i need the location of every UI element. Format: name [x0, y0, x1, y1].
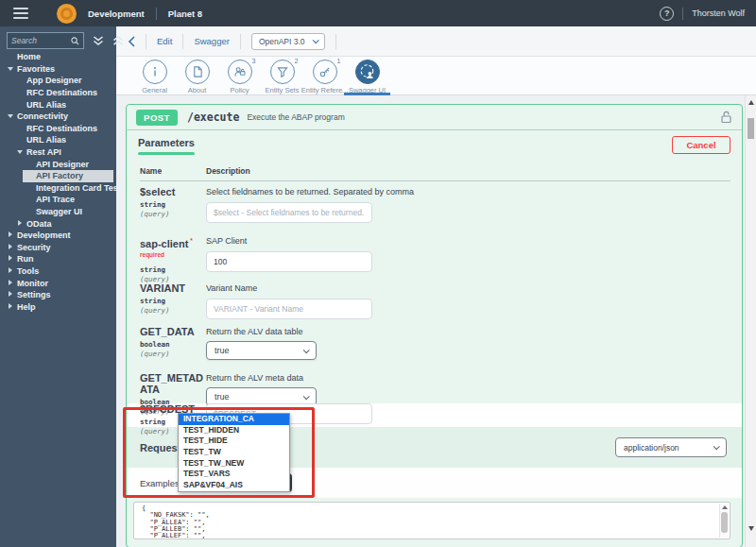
scroll-up-icon[interactable]	[722, 505, 728, 509]
key-icon: 1	[313, 60, 337, 84]
select-input[interactable]	[206, 202, 372, 223]
param-type: boolean	[140, 340, 206, 349]
collapse-all-icon[interactable]	[93, 36, 104, 46]
param-desc-col: SAP Client	[206, 231, 742, 278]
tab-label: Policy	[230, 86, 249, 94]
dropdown-option-test-hidden[interactable]: TEST_HIDDEN	[179, 425, 289, 436]
required-label: * required	[140, 237, 193, 258]
sidebar-item-api-designer[interactable]: API Designer	[0, 158, 116, 170]
hamburger-menu-icon[interactable]	[13, 8, 28, 19]
dropdown-option-test-vars[interactable]: TEST_VARS	[179, 469, 289, 480]
sidebar-item-rest-api[interactable]: Rest API	[0, 146, 116, 159]
dropdown-option-sap-vf04-ais[interactable]: SAP&VF04_AIS	[179, 480, 289, 491]
user-menu[interactable]: Thorsten Wolf	[692, 9, 745, 18]
tab-entity-sets[interactable]: 2Entity Sets	[261, 57, 303, 94]
opblock-header[interactable]: POST /execute Execute the ABAP program	[127, 105, 742, 130]
edit-button[interactable]: Edit	[157, 36, 172, 46]
param-desc-col: Return the ALV data tabletrue	[206, 321, 742, 368]
company-logo	[57, 4, 77, 24]
sidebar-item-rfc-destinations[interactable]: RFC Destinations	[0, 123, 116, 135]
cancel-button[interactable]: Cancel	[672, 136, 730, 154]
param-type: string	[140, 265, 206, 274]
dropdown-option-test-tw-new[interactable]: TEST_TW_NEW	[179, 458, 289, 470]
sidebar-item-label: App Designer	[26, 76, 82, 85]
sidebar-item-home[interactable]: Home	[0, 51, 116, 63]
chevron-down-icon	[303, 393, 310, 400]
sidebar-item-label: URL Alias	[26, 135, 66, 145]
info-icon	[143, 60, 167, 84]
openapi-version-value: OpenAPI 3.0	[259, 37, 305, 46]
json-example-code: { "NO_FAKSK": "", "P_ALLEA": "", "P_ALLE…	[134, 503, 730, 539]
code-scrollbar[interactable]	[719, 504, 729, 538]
scrollbar-thumb[interactable]	[721, 512, 728, 533]
sidebar-item-label: API Factory	[36, 171, 83, 180]
scroll-down-icon[interactable]	[748, 526, 754, 531]
param-name: GET_DATA	[140, 326, 206, 337]
param-description: SAP Client	[206, 236, 742, 247]
sidebar-item-run[interactable]: Run	[0, 253, 116, 265]
main-content: Edit Swagger OpenAPI 3.0 GeneralAbout3Po…	[116, 26, 756, 547]
tab-policy[interactable]: 3Policy	[218, 57, 261, 94]
vertical-scrollbar[interactable]	[745, 95, 756, 547]
get-data-select[interactable]: true	[206, 341, 317, 360]
description-column-header: Description	[206, 166, 250, 176]
sidebar-item-integration-card-test[interactable]: Integration Card Test	[0, 182, 116, 195]
auth-lock-icon[interactable]	[720, 111, 732, 124]
help-icon[interactable]: ?	[660, 7, 674, 21]
scroll-up-icon[interactable]	[748, 100, 754, 105]
swagger-button[interactable]: Swagger	[194, 36, 230, 46]
sidebar-item-app-designer[interactable]: App Designer	[0, 75, 116, 87]
search-input[interactable]	[11, 36, 71, 45]
request-body-example: { "NO_FAKSK": "", "P_ALLEA": "", "P_ALLE…	[133, 502, 730, 539]
divider	[146, 34, 146, 49]
code-line: "P_ALLEB": "",	[142, 526, 722, 533]
search-box	[7, 32, 84, 49]
expand-all-icon[interactable]	[112, 36, 124, 46]
variant-input[interactable]	[206, 299, 372, 319]
param-description: Return the ALV meta data	[206, 373, 742, 384]
sidebar-item-development[interactable]: Development	[0, 230, 116, 242]
sidebar-item-label: Rest API	[26, 147, 61, 157]
tab-swagger-ui[interactable]: Swagger UI	[346, 57, 388, 94]
sap-client-input[interactable]	[206, 251, 372, 272]
code-line: "NO_FAKSK": "",	[142, 512, 722, 519]
scrollbar-thumb[interactable]	[747, 118, 754, 139]
content-type-select[interactable]: application/json	[615, 437, 727, 457]
tab-label: Entity Sets	[266, 86, 300, 94]
dropdown-option-test-hide[interactable]: TEST_HIDE	[179, 436, 289, 447]
openapi-version-select[interactable]: OpenAPI 3.0	[251, 33, 325, 50]
sidebar-item-rfc-destinations[interactable]: RFC Destinations	[0, 87, 116, 99]
back-button[interactable]	[128, 36, 135, 47]
name-column-header: Name	[140, 166, 206, 176]
param-row-get-data: GET_DATAboolean(query)Return the ALV dat…	[127, 321, 742, 368]
sidebar-item-url-alias[interactable]: URL Alias	[0, 134, 116, 146]
sidebar-item-url-alias[interactable]: URL Alias	[0, 98, 116, 111]
sidebar-item-api-factory[interactable]: API Factory	[0, 170, 116, 182]
dropdown-option-test-tw[interactable]: TEST_TW	[179, 447, 289, 458]
param-location: (query)	[140, 350, 206, 358]
tab-about[interactable]: About	[176, 57, 218, 94]
sidebar-item-odata[interactable]: OData	[0, 217, 116, 230]
tab-badge: 2	[295, 58, 299, 64]
sidebar-item-monitor[interactable]: Monitor	[0, 277, 116, 289]
sidebar-item-settings[interactable]: Settings	[0, 289, 116, 301]
tab-entity-refere[interactable]: 1Entity Refere...	[303, 57, 346, 94]
tab-general[interactable]: General	[133, 57, 176, 94]
sidebar-item-api-trace[interactable]: API Trace	[0, 194, 116, 206]
tab-label: About	[188, 86, 207, 94]
sidebar-item-security[interactable]: Security	[0, 242, 116, 254]
sidebar-item-favorites[interactable]: Favorites	[0, 63, 116, 76]
toolbar: Edit Swagger OpenAPI 3.0	[116, 26, 756, 57]
param-desc-col: Return the ALV meta datatrue	[206, 368, 742, 403]
sidebar-item-swagger-ui[interactable]: Swagger UI	[0, 206, 116, 218]
tab-parameters[interactable]: Parameters	[138, 133, 195, 156]
param-row-select: $selectstring(query)Select fieldnames to…	[127, 181, 742, 231]
sidebar-item-help[interactable]: Help	[0, 300, 116, 313]
sidebar-item-tools[interactable]: Tools	[0, 265, 116, 278]
sidebar-item-connectivity[interactable]: Connectivity	[0, 111, 116, 123]
sidebar-item-label: Integration Card Test	[36, 183, 121, 193]
code-line: "P_ALLEA": "",	[142, 520, 722, 526]
param-name: sap-client * required	[140, 235, 206, 263]
dropdown-option-integration-ca[interactable]: INTEGRATION_CA	[179, 414, 289, 425]
sidebar-tree: HomeFavoritesApp DesignerRFC Destination…	[0, 51, 116, 313]
